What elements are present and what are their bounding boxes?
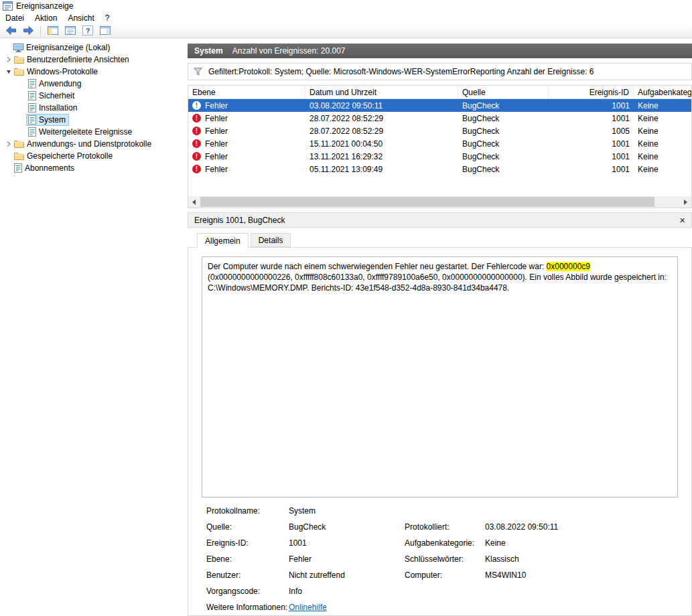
sidebar-item-security[interactable]: Sicherheit [0, 90, 188, 102]
property-value: 03.08.2022 09:50:11 [485, 522, 691, 532]
property-label: Computer: [405, 570, 485, 580]
event-task-category: Keine [634, 152, 691, 161]
chevron-right-icon[interactable] [4, 141, 13, 147]
forward-button[interactable] [21, 24, 36, 37]
sidebar-item-saved-logs[interactable]: Gespeicherte Protokolle [0, 150, 188, 162]
console-tree-toggle-button[interactable] [46, 24, 60, 37]
toolbar [0, 24, 692, 38]
back-button[interactable] [3, 24, 18, 37]
console-tree-icon [48, 26, 58, 35]
column-header-task-category[interactable]: Aufgabenkategorie [634, 86, 691, 98]
sidebar-item-root[interactable]: Ereignisanzeige (Lokal) [0, 42, 188, 54]
event-datetime: 05.11.2021 13:09:49 [305, 165, 458, 174]
log-name: System [194, 46, 223, 56]
property-row: Quelle: BugCheck Protokolliert: 03.08.20… [206, 519, 691, 535]
right-arrow-icon [684, 200, 687, 205]
property-label: Vorgangscode: [206, 587, 289, 596]
scroll-right-button[interactable] [680, 196, 691, 208]
property-label: Protokollname: [206, 506, 289, 516]
column-header-datetime[interactable]: Datum und Uhrzeit [305, 86, 458, 98]
folder-icon [14, 68, 24, 76]
menu-help[interactable]: ? [100, 12, 115, 24]
results-header: System Anzahl von Ereignissen: 20.007 [188, 44, 692, 58]
event-level: Fehler [205, 152, 228, 161]
computer-icon [13, 44, 23, 52]
property-value: Fehler [289, 554, 405, 564]
action-pane-icon [100, 26, 111, 35]
property-value: Klassisch [485, 554, 691, 564]
property-label: Schlüsselwörter: [405, 554, 485, 564]
log-file-icon [14, 163, 22, 173]
sidebar-item-subscriptions[interactable]: Abonnements [0, 162, 188, 174]
event-level: Fehler [205, 127, 228, 136]
event-source: BugCheck [458, 114, 549, 123]
event-datetime: 28.07.2022 08:52:29 [305, 114, 458, 123]
close-icon[interactable] [679, 215, 685, 225]
column-header-source[interactable]: Quelle [458, 86, 549, 98]
tab-allgemein[interactable]: Allgemein [197, 233, 249, 248]
highlighted-error-code: 0x000000c9 [547, 262, 590, 271]
event-row[interactable]: Fehler 13.11.2021 16:29:32 BugCheck 1001… [188, 150, 691, 163]
sidebar-item-application[interactable]: Anwendung [0, 78, 188, 90]
tab-details[interactable]: Details [251, 233, 291, 247]
detail-tabs: Allgemein Details [188, 233, 692, 247]
menu-datei[interactable]: Datei [0, 12, 29, 24]
scroll-left-button[interactable] [188, 196, 200, 208]
window-title: Ereignisanzeige [16, 1, 73, 11]
event-level: Fehler [205, 101, 228, 110]
event-source: BugCheck [458, 165, 549, 174]
sidebar-item-custom-views[interactable]: Benutzerdefinierte Ansichten [0, 54, 188, 66]
app-icon [3, 1, 13, 11]
action-pane-toggle-button[interactable] [98, 24, 113, 37]
online-help-link[interactable]: Onlinehilfe [289, 603, 405, 612]
property-value: System [289, 506, 405, 516]
tree-label: Anwendung [39, 79, 81, 88]
tree-label: Installation [39, 103, 77, 112]
help-button[interactable] [80, 24, 95, 37]
event-row[interactable]: Fehler 03.08.2022 09:50:11 BugCheck 1001… [188, 99, 691, 112]
event-source: BugCheck [458, 101, 549, 110]
sidebar-item-windows-logs[interactable]: Windows-Protokolle [0, 66, 188, 78]
log-file-icon [28, 115, 36, 125]
sidebar-item-forwarded-events[interactable]: Weitergeleitete Ereignisse [0, 126, 188, 138]
event-row[interactable]: Fehler 15.11.2021 00:04:50 BugCheck 1001… [188, 137, 691, 150]
folder-icon [14, 56, 24, 64]
property-label: Benutzer: [206, 570, 289, 580]
column-header-event-id[interactable]: Ereignis-ID [549, 86, 634, 98]
horizontal-scrollbar[interactable] [188, 196, 691, 208]
event-row[interactable]: Fehler 28.07.2022 08:52:29 BugCheck 1005… [188, 125, 691, 137]
event-row[interactable]: Fehler 05.11.2021 13:09:49 BugCheck 1001… [188, 163, 691, 175]
event-row[interactable]: Fehler 28.07.2022 08:52:29 BugCheck 1001… [188, 112, 691, 125]
forward-arrow-icon [23, 25, 34, 35]
property-label: Quelle: [206, 522, 289, 532]
toolbar-separator [40, 25, 41, 36]
detail-title: Ereignis 1001, BugCheck [194, 216, 285, 225]
property-value: MS4WIN10 [485, 570, 691, 580]
properties-button[interactable] [63, 24, 78, 37]
log-file-icon [28, 91, 36, 100]
table-header: Ebene Datum und Uhrzeit Quelle Ereignis-… [188, 86, 691, 99]
sidebar-item-setup[interactable]: Installation [0, 102, 188, 114]
event-properties: Protokollname: System Quelle: BugCheck P… [188, 503, 691, 615]
event-task-category: Keine [634, 139, 691, 149]
sidebar-item-system[interactable]: System [0, 114, 188, 126]
event-datetime: 03.08.2022 09:50:11 [305, 101, 458, 110]
tree-label: Sicherheit [39, 91, 74, 100]
menu-aktion[interactable]: Aktion [29, 12, 62, 24]
column-header-level[interactable]: Ebene [188, 86, 305, 98]
log-file-icon [28, 79, 36, 88]
sidebar-item-apps-services-logs[interactable]: Anwendungs- und Dienstprotokolle [0, 138, 188, 150]
event-source: BugCheck [458, 139, 549, 149]
chevron-down-icon[interactable] [4, 68, 13, 75]
property-label: Protokolliert: [405, 522, 485, 532]
menu-ansicht[interactable]: Ansicht [62, 12, 99, 24]
event-id: 1001 [549, 152, 634, 161]
tree-label: Anwendungs- und Dienstprotokolle [27, 139, 151, 149]
property-label: Aufgabenkategorie: [405, 538, 485, 548]
property-value: Nicht zutreffend [289, 570, 405, 580]
event-id: 1005 [549, 127, 634, 136]
scrollbar-thumb[interactable] [200, 197, 654, 207]
chevron-right-icon[interactable] [4, 56, 13, 63]
property-row: Ereignis-ID: 1001 Aufgabenkategorie: Kei… [206, 535, 691, 551]
console-tree: Ereignisanzeige (Lokal) Benutzerdefinier… [0, 38, 188, 616]
